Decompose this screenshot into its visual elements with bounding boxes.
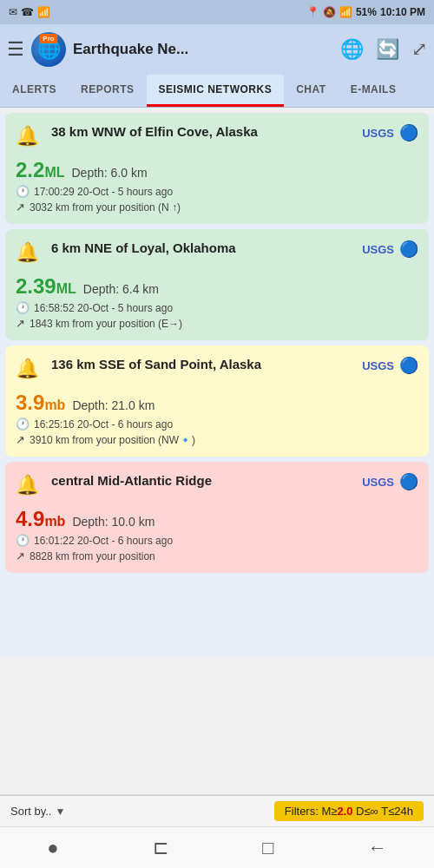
quake-depth-4: Depth: 10.0 km: [72, 515, 155, 529]
arrow-icon-2: ↗: [16, 317, 25, 330]
tab-seismic-networks[interactable]: SEISMIC NETWORKS: [147, 75, 285, 107]
wifi-icon: 📶: [339, 6, 352, 18]
share-icon-4[interactable]: 🔵: [399, 472, 418, 491]
pro-badge: Pro: [39, 34, 57, 43]
quake-magnitude-3: 3.9mb: [16, 391, 65, 415]
tab-alerts[interactable]: ALERTS: [0, 75, 69, 107]
quake-time-row-1: 🕐 17:00:29 20-Oct - 5 hours ago: [16, 185, 418, 198]
quake-source-share-3: USGS 🔵: [362, 356, 418, 375]
time: 10:10 PM: [380, 6, 425, 18]
quake-time-1: 17:00:29 20-Oct - 5 hours ago: [34, 186, 173, 198]
expand-icon[interactable]: ⤢: [411, 38, 427, 61]
quake-depth-1: Depth: 6.0 km: [71, 166, 147, 180]
app-title: Earthquake Ne...: [73, 41, 333, 58]
share-icon-1[interactable]: 🔵: [399, 123, 418, 142]
arrow-icon-4: ↗: [16, 549, 25, 562]
menu-icon[interactable]: ☰: [7, 38, 24, 61]
quake-header-2: 🔔 6 km NNE of Loyal, Oklahoma USGS 🔵: [16, 240, 418, 264]
quake-distance-row-3: ↗ 3910 km from your position (NW🔹): [16, 433, 418, 446]
quake-source-4: USGS: [362, 476, 394, 489]
nav-recent-icon[interactable]: ⊏: [153, 837, 168, 859]
quake-magnitude-4: 4.9mb: [16, 507, 65, 531]
tab-bar: ALERTS REPORTS SEISMIC NETWORKS CHAT E-M…: [0, 75, 434, 108]
quake-card-4[interactable]: 🔔 central Mid-Atlantic Ridge USGS 🔵 4.9m…: [5, 462, 429, 573]
status-bar-right: 📍 🔕 📶 51% 10:10 PM: [306, 6, 425, 18]
quake-card-2[interactable]: 🔔 6 km NNE of Loyal, Oklahoma USGS 🔵 2.3…: [5, 229, 429, 340]
sort-filter-bar: Sort by.. ▼ Filters: M≥2.0 D≤∞ T≤24h: [0, 795, 434, 826]
quake-card-3[interactable]: 🔔 136 km SSE of Sand Point, Alaska USGS …: [5, 345, 429, 457]
filter-mag: 2.0: [337, 805, 352, 818]
web-icon[interactable]: 🌐: [340, 38, 364, 61]
quake-source-share-4: USGS 🔵: [362, 472, 418, 491]
phone-icon: ☎: [21, 6, 34, 18]
filter-rest: D≤∞ T≤24h: [352, 805, 413, 818]
nav-back-icon[interactable]: ←: [368, 837, 387, 859]
app-logo: 🌐 Pro: [31, 32, 66, 67]
quake-magnitude-2: 2.39ML: [16, 274, 76, 299]
arrow-icon-1: ↗: [16, 201, 25, 214]
quake-distance-row-2: ↗ 1843 km from your position (E→): [16, 317, 418, 330]
quake-source-2: USGS: [362, 243, 394, 256]
quake-time-3: 16:25:16 20-Oct - 6 hours ago: [34, 418, 173, 431]
tab-chat[interactable]: CHAT: [284, 75, 338, 107]
refresh-icon[interactable]: 🔄: [376, 38, 399, 61]
share-icon-2[interactable]: 🔵: [399, 240, 418, 259]
quake-time-row-3: 🕐 16:25:16 20-Oct - 6 hours ago: [16, 418, 418, 431]
app-header: ☰ 🌐 Pro Earthquake Ne... 🌐 🔄 ⤢: [0, 24, 434, 75]
quake-time-4: 16:01:22 20-Oct - 6 hours ago: [34, 535, 173, 547]
quake-source-share-2: USGS 🔵: [362, 240, 418, 259]
quake-meta-3: 3.9mb Depth: 21.0 km 🕐 16:25:16 20-Oct -…: [16, 385, 418, 446]
sort-by-button[interactable]: Sort by.. ▼: [10, 805, 65, 818]
share-icon-3[interactable]: 🔵: [399, 356, 418, 375]
clock-icon-1: 🕐: [16, 185, 30, 198]
quake-depth-3: Depth: 21.0 km: [72, 398, 155, 412]
status-bar-left: ✉ ☎ 📶: [9, 6, 50, 18]
quake-source-share-1: USGS 🔵: [362, 123, 418, 142]
quake-meta-1: 2.2ML Depth: 6.0 km 🕐 17:00:29 20-Oct - …: [16, 153, 418, 214]
sort-dropdown-icon: ▼: [55, 806, 65, 818]
quake-distance-row-4: ↗ 8828 km from your position: [16, 549, 418, 562]
clock-icon-4: 🕐: [16, 534, 30, 547]
battery-level: 51%: [356, 6, 377, 18]
nav-home-icon[interactable]: ●: [47, 837, 58, 859]
earthquake-list: 🔔 38 km WNW of Elfin Cove, Alaska USGS 🔵…: [0, 113, 434, 656]
signal-icon: 📶: [37, 6, 50, 18]
arrow-icon-3: ↗: [16, 433, 25, 446]
quake-magnitude-1: 2.2ML: [16, 158, 64, 182]
quake-header-1: 🔔 38 km WNW of Elfin Cove, Alaska USGS 🔵: [16, 123, 418, 148]
quake-icon-2: 🔔: [16, 241, 39, 264]
message-icon: ✉: [9, 6, 17, 18]
quake-title-1: 38 km WNW of Elfin Cove, Alaska: [51, 123, 355, 141]
quake-source-1: USGS: [362, 127, 394, 140]
tab-reports[interactable]: REPORTS: [69, 75, 147, 107]
quake-icon-4: 🔔: [16, 474, 39, 496]
filter-text: Filters: M≥: [285, 805, 338, 818]
quake-distance-1: 3032 km from your position (N ↑): [30, 201, 181, 214]
status-bar: ✉ ☎ 📶 📍 🔕 📶 51% 10:10 PM: [0, 0, 434, 24]
quake-distance-2: 1843 km from your position (E→): [30, 318, 182, 330]
quake-distance-row-1: ↗ 3032 km from your position (N ↑): [16, 201, 418, 214]
quake-icon-1: 🔔: [16, 125, 39, 148]
quake-depth-2: Depth: 6.4 km: [83, 282, 159, 296]
clock-icon-2: 🕐: [16, 301, 30, 314]
quake-time-row-4: 🕐 16:01:22 20-Oct - 6 hours ago: [16, 534, 418, 547]
nav-bar: ● ⊏ □ ←: [0, 826, 434, 868]
quake-card-1[interactable]: 🔔 38 km WNW of Elfin Cove, Alaska USGS 🔵…: [5, 113, 429, 224]
quake-title-2: 6 km NNE of Loyal, Oklahoma: [51, 240, 355, 257]
bottom-bar: Sort by.. ▼ Filters: M≥2.0 D≤∞ T≤24h ● ⊏…: [0, 794, 434, 868]
quake-distance-3: 3910 km from your position (NW🔹): [30, 434, 195, 446]
silent-icon: 🔕: [323, 6, 336, 18]
quake-header-4: 🔔 central Mid-Atlantic Ridge USGS 🔵: [16, 472, 418, 496]
nav-square-icon[interactable]: □: [262, 837, 273, 859]
quake-time-2: 16:58:52 20-Oct - 5 hours ago: [34, 302, 173, 314]
quake-time-row-2: 🕐 16:58:52 20-Oct - 5 hours ago: [16, 301, 418, 314]
tab-emails[interactable]: E-MAILS: [339, 75, 409, 107]
quake-header-3: 🔔 136 km SSE of Sand Point, Alaska USGS …: [16, 356, 418, 380]
location-icon: 📍: [306, 6, 319, 18]
filter-info[interactable]: Filters: M≥2.0 D≤∞ T≤24h: [274, 801, 424, 821]
sort-label: Sort by..: [10, 805, 51, 818]
clock-icon-3: 🕐: [16, 418, 30, 431]
quake-title-4: central Mid-Atlantic Ridge: [51, 472, 355, 490]
quake-title-3: 136 km SSE of Sand Point, Alaska: [51, 356, 355, 373]
quake-icon-3: 🔔: [16, 358, 39, 380]
